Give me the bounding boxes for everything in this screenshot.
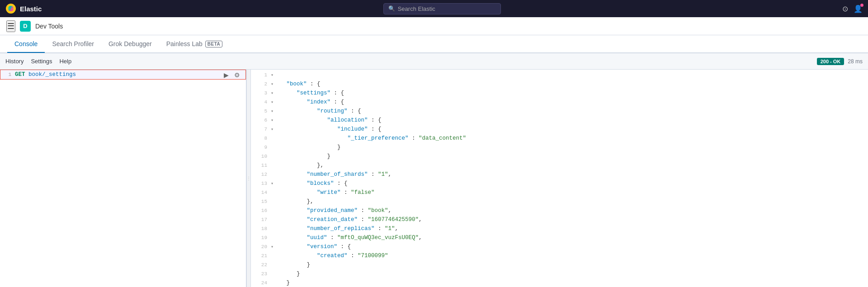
json-brace: { xyxy=(341,99,344,105)
json-brace: } xyxy=(327,153,331,160)
json-colon: : xyxy=(334,180,344,187)
global-search-bar[interactable]: 🔍 Search Elastic xyxy=(383,3,501,14)
json-brace: { xyxy=(341,90,344,96)
json-value: "1607746425590" xyxy=(368,216,419,223)
json-line-content: "version" : { xyxy=(276,244,351,250)
json-output-line: 13▾ "blocks" : { xyxy=(251,179,868,188)
json-line-number: 6 xyxy=(255,118,267,123)
json-line-number: 13 xyxy=(255,181,267,186)
tab-console[interactable]: Console xyxy=(7,36,45,53)
json-line-number: 10 xyxy=(255,154,267,159)
json-output-line: 23 } xyxy=(251,269,868,278)
json-value: "mftO_quWQ3ec_vuzFsU0EQ" xyxy=(337,235,419,241)
editor-path: book/_settings xyxy=(28,71,76,78)
json-brace: { xyxy=(378,126,382,132)
json-key: "number_of_shards" xyxy=(307,171,368,178)
json-line-number: 11 xyxy=(255,163,267,168)
beta-badge: BETA xyxy=(205,41,222,47)
tab-painless-lab[interactable]: Painless Lab BETA xyxy=(159,36,230,53)
run-query-button[interactable]: ▶ xyxy=(222,71,231,80)
editor-content-1[interactable]: GET book/_settings xyxy=(15,71,76,78)
json-line-content: "settings" : { xyxy=(276,90,344,96)
json-colon: : xyxy=(375,226,385,232)
json-brace: }, xyxy=(307,198,314,205)
json-comma: , xyxy=(419,216,422,223)
help-button[interactable]: Help xyxy=(59,58,71,65)
tab-grok-debugger[interactable]: Grok Debugger xyxy=(101,36,159,53)
json-fold-icon[interactable]: ▾ xyxy=(271,72,275,78)
top-navigation-bar: Elastic 🔍 Search Elastic ⊙ 👤 xyxy=(0,0,868,17)
json-fold-icon[interactable]: ▾ xyxy=(271,90,275,96)
json-colon: : xyxy=(330,99,341,105)
json-line-number: 12 xyxy=(255,172,267,177)
json-key: "version" xyxy=(307,244,338,250)
json-colon: : xyxy=(327,235,338,241)
panel-resize-handle[interactable]: ⋮ xyxy=(246,70,251,287)
json-colon: : xyxy=(368,117,378,123)
json-line-content: } xyxy=(276,280,290,286)
json-key: "index" xyxy=(307,99,331,105)
response-time: 28 ms xyxy=(848,58,863,65)
copy-as-curl-button[interactable]: ⚙ xyxy=(232,71,241,80)
menu-toggle-button[interactable]: ☰ xyxy=(6,20,15,32)
json-colon: : xyxy=(409,135,419,141)
json-line-content: "include" : { xyxy=(276,126,382,132)
json-fold-icon[interactable]: ▾ xyxy=(271,181,275,186)
elastic-logo[interactable]: Elastic xyxy=(5,3,42,14)
json-line-content: "provided_name" : "book", xyxy=(276,207,392,214)
json-key: "_tier_preference" xyxy=(348,135,409,141)
json-comma: , xyxy=(395,226,399,232)
json-brace: { xyxy=(344,180,348,187)
tabs-bar: Console Search Profiler Grok Debugger Pa… xyxy=(0,35,868,53)
line-number-1: 1 xyxy=(2,72,11,77)
json-line-content: } xyxy=(276,262,310,268)
editor-get-keyword: GET xyxy=(15,71,25,78)
json-output-line: 17 "creation_date" : "1607746425590", xyxy=(251,215,868,224)
json-key: "include" xyxy=(337,126,368,132)
json-fold-icon[interactable]: ▾ xyxy=(271,127,275,132)
help-icon[interactable]: ⊙ xyxy=(842,5,848,13)
json-line-number: 24 xyxy=(255,280,267,286)
json-value: "book" xyxy=(368,207,388,214)
json-fold-icon[interactable]: ▾ xyxy=(271,118,275,123)
json-colon: : xyxy=(368,126,378,132)
json-output-line: 20▾ "version" : { xyxy=(251,242,868,251)
json-line-content: "book" : { xyxy=(276,81,321,87)
json-output-line: 3▾ "settings" : { xyxy=(251,89,868,98)
editor-actions: ▶ ⚙ xyxy=(222,71,241,80)
app-icon-letter: D xyxy=(23,23,27,29)
json-key: "creation_date" xyxy=(307,216,358,223)
search-bar-container: 🔍 Search Elastic xyxy=(47,3,837,14)
json-fold-icon xyxy=(271,199,275,204)
history-button[interactable]: History xyxy=(5,58,24,65)
json-line-content: "index" : { xyxy=(276,99,344,105)
json-fold-icon[interactable]: ▾ xyxy=(271,244,275,249)
json-brace: { xyxy=(348,244,351,250)
settings-button[interactable]: Settings xyxy=(31,58,52,65)
tab-search-profiler[interactable]: Search Profiler xyxy=(45,36,101,53)
json-brace: } xyxy=(307,262,311,268)
json-key: "book" xyxy=(287,81,307,87)
json-brace: { xyxy=(358,108,361,114)
json-value: "7100099" xyxy=(358,253,388,259)
json-fold-icon[interactable]: ▾ xyxy=(271,99,275,105)
json-colon: : xyxy=(341,189,351,196)
svg-point-4 xyxy=(11,6,14,11)
json-fold-icon xyxy=(271,281,275,286)
json-fold-icon[interactable]: ▾ xyxy=(271,108,275,114)
editor-line-1[interactable]: 1 GET book/_settings ▶ ⚙ xyxy=(0,70,246,80)
json-line-content: "write" : "false" xyxy=(276,189,375,196)
editor-panel: 1 GET book/_settings ▶ ⚙ xyxy=(0,70,246,287)
user-icon[interactable]: 👤 xyxy=(854,5,863,13)
json-fold-icon[interactable]: ▾ xyxy=(271,81,275,87)
json-output-line: 14 "write" : "false" xyxy=(251,188,868,197)
json-brace: { xyxy=(317,81,321,87)
json-output-line: 12 "number_of_shards" : "1", xyxy=(251,170,868,179)
json-line-content: } xyxy=(276,144,341,151)
tab-painless-lab-label: Painless Lab xyxy=(166,40,203,47)
main-content-area: 1 GET book/_settings ▶ ⚙ ⋮ 1▾2▾ "book" :… xyxy=(0,70,868,287)
json-line-number: 4 xyxy=(255,99,267,105)
json-comma: , xyxy=(388,171,392,178)
json-fold-icon xyxy=(271,190,275,195)
response-status: 200 - OK 28 ms xyxy=(817,58,863,65)
